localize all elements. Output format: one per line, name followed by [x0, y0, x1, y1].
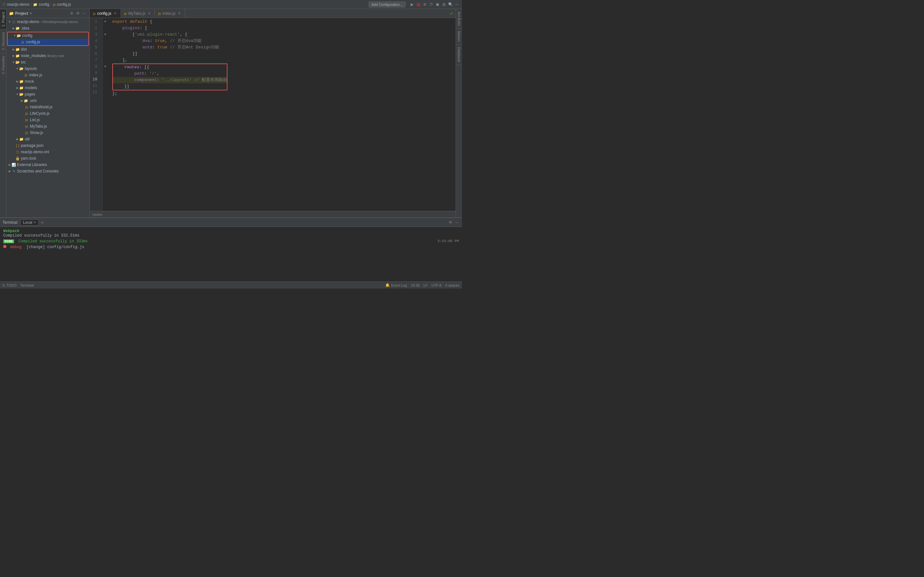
stop-icon[interactable]: ⏹: [435, 2, 440, 7]
iml-icon: ⬡: [15, 150, 20, 154]
scratches-arrow: ▶: [8, 169, 11, 173]
line-num-6: 6: [90, 51, 100, 57]
tab-mytabs-close[interactable]: ✕: [147, 11, 152, 16]
indent-status[interactable]: 4 spaces: [445, 284, 459, 287]
collapse-icon[interactable]: ─: [82, 11, 87, 16]
tree-reactjs-iml[interactable]: ⬡ reactjs-demo.iml: [6, 149, 89, 155]
mock-icon: 📁: [19, 79, 24, 84]
sidebar-tab-favorites[interactable]: 2: Favorites: [0, 53, 6, 77]
tab-mytabs-label: MyTabs.js: [128, 11, 145, 16]
tree-external-libraries[interactable]: ▶ 📊 External Libraries: [6, 161, 89, 168]
scratches-icon: ✎: [11, 169, 16, 173]
panel-actions: ⊕ ⚙ ─: [69, 11, 87, 16]
local-tab-close[interactable]: ✕: [33, 221, 36, 224]
helloworld-icon: js: [24, 105, 29, 109]
event-log-icon: 🔔: [385, 283, 390, 287]
tree-layouts[interactable]: ▼ 📂 layouts: [6, 65, 89, 72]
layouts-icon: 📂: [19, 66, 24, 71]
fold-3: ▼: [103, 31, 108, 38]
encoding-status[interactable]: UTF-8: [431, 284, 441, 287]
idea-icon: 📁: [15, 26, 20, 31]
line-num-5: 5: [90, 44, 100, 51]
minimize-icon[interactable]: ─: [454, 2, 459, 7]
tab-index-close[interactable]: ✕: [177, 11, 182, 16]
tree-mock[interactable]: ▶ 📁 mock: [6, 78, 89, 85]
run-icon[interactable]: ▶: [409, 2, 415, 7]
tab-index-icon: js: [158, 11, 161, 15]
add-config-button[interactable]: Add Configuration...: [368, 2, 405, 7]
tree-package-json[interactable]: { } package.json: [6, 142, 89, 149]
breadcrumb-project[interactable]: reactjs-demo: [7, 2, 29, 7]
line-col-status[interactable]: 10:36: [411, 284, 420, 287]
tab-mytabs-js[interactable]: js MyTabs.js ✕: [121, 9, 155, 18]
tree-scratches[interactable]: ▶ ✎ Scratches and Consoles: [6, 168, 89, 174]
file-tree: ▼ ⬡ reactjs-demo ~/Desktop/reactjs-demo …: [6, 18, 89, 218]
terminal-gear-icon[interactable]: ⚙: [448, 220, 453, 225]
event-log-button[interactable]: 🔔 Event Log: [385, 283, 407, 287]
layouts-index-icon: js: [24, 73, 28, 77]
node-modules-icon: 📁: [15, 53, 20, 58]
local-tab-label: Local: [23, 220, 32, 225]
umi-arrow: ▶: [20, 99, 24, 103]
sidebar-tab-structure[interactable]: 2: Structure: [0, 29, 6, 53]
todo-button[interactable]: 6: TODO: [3, 284, 17, 287]
done-badge: DONE: [3, 239, 14, 243]
tree-dist[interactable]: ▶ 📁 dist: [6, 46, 89, 53]
webpack-label: Webpack: [3, 229, 19, 234]
util-label: util: [25, 137, 29, 141]
models-label: models: [25, 85, 37, 90]
tree-show[interactable]: js Show.js: [6, 129, 89, 136]
debug-icon[interactable]: 🐞: [416, 2, 421, 7]
add-terminal-button[interactable]: +: [41, 220, 43, 225]
tree-idea[interactable]: ▶ 📁 .idea: [6, 25, 89, 31]
gear-icon[interactable]: ⚙: [75, 11, 81, 16]
local-tab[interactable]: Local ✕: [20, 219, 39, 226]
sidebar-tab-project[interactable]: 1: Project: [0, 9, 6, 29]
tree-models[interactable]: ▶ 📁 models: [6, 85, 89, 91]
package-json-icon: { }: [15, 143, 20, 148]
layout-icon[interactable]: ⊞: [441, 2, 447, 7]
tree-helloworld[interactable]: js HelloWorld.js: [6, 104, 89, 110]
panel-header: 📁 Project ▼ ⊕ ⚙ ─: [6, 9, 89, 18]
tree-node-modules[interactable]: ▶ 📁 node_modules library root: [6, 53, 89, 59]
right-tab-maven[interactable]: Maven: [456, 29, 462, 45]
right-tab-ant-build[interactable]: Ant Build: [456, 9, 462, 29]
lf-status[interactable]: LF: [423, 284, 428, 287]
right-tab-database[interactable]: Database: [456, 45, 462, 65]
tree-config[interactable]: ▼ 📂 config: [8, 32, 88, 39]
tree-umi[interactable]: ▶ 📁 .umi: [6, 97, 89, 104]
left-sidebar-tabs: 1: Project 2: Structure 2: Favorites: [0, 9, 6, 218]
search-icon[interactable]: 🔍: [448, 2, 453, 7]
line-num-2: 2: [90, 25, 100, 31]
terminal-minimize-icon[interactable]: ─: [454, 220, 459, 225]
code-content[interactable]: ▼ ▼ ▼ export: [103, 18, 456, 211]
tree-root[interactable]: ▼ ⬡ reactjs-demo ~/Desktop/reactjs-demo: [6, 19, 89, 25]
mytabs-icon: js: [24, 124, 29, 129]
tab-config-js[interactable]: js config.js ✕: [90, 9, 121, 18]
title-bar: ⬡ reactjs-demo › 📁 config › js config.js…: [0, 0, 462, 9]
pages-label: pages: [25, 92, 35, 97]
coverage-icon[interactable]: ⚙: [422, 2, 427, 7]
tab-mytabs-icon: js: [124, 11, 127, 15]
tree-src[interactable]: ▼ 📂 src: [6, 59, 89, 65]
terminal-webpack-line: Webpack: [3, 229, 459, 234]
debug-dot-icon: [3, 245, 6, 248]
tree-mytabs[interactable]: js MyTabs.js: [6, 123, 89, 129]
tree-util[interactable]: ▶ 📁 util: [6, 136, 89, 142]
tree-list[interactable]: js List.js: [6, 117, 89, 123]
terminal-content[interactable]: Webpack Compiled successfully in 332.51m…: [0, 227, 462, 282]
tab-config-js-close[interactable]: ✕: [113, 11, 118, 16]
code-editor[interactable]: 1 2 3 4 5 6 7 8 9 10 11 12 ▼: [90, 18, 456, 211]
tree-layouts-index[interactable]: js index.js: [6, 72, 89, 78]
terminal-status-button[interactable]: Terminal: [21, 284, 34, 287]
profile-icon[interactable]: ⏱: [429, 2, 434, 7]
terminal-time: 5:33:06 PM: [438, 239, 459, 243]
scope-icon[interactable]: ⊕: [69, 11, 74, 16]
tree-pages[interactable]: ▼ 📂 pages: [6, 91, 89, 97]
dropdown-arrow[interactable]: ▼: [29, 12, 32, 15]
tree-yarn-lock[interactable]: 🔒 yarn.lock: [6, 155, 89, 161]
tree-lifecycle[interactable]: js LifeCycle.js: [6, 110, 89, 117]
tree-config-js[interactable]: js config.js: [8, 39, 88, 45]
yarn-lock-icon: 🔒: [15, 156, 20, 161]
tab-index-js[interactable]: js index.js ✕: [155, 9, 185, 18]
